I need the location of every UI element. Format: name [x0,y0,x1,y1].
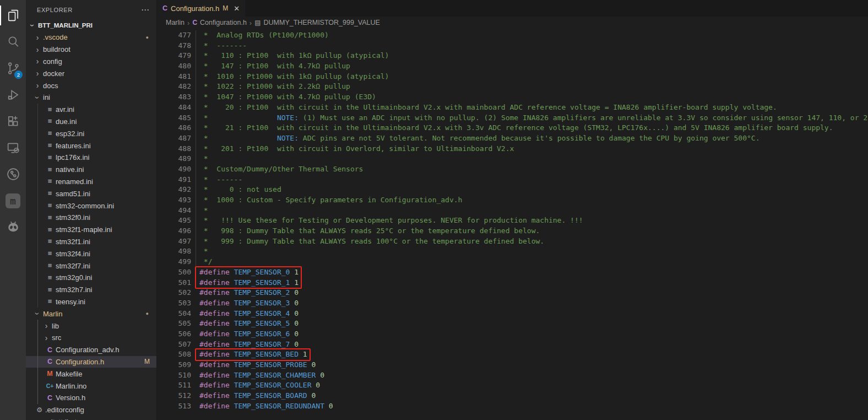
tree-item-docs[interactable]: ›docs [26,79,156,91]
breadcrumb-item[interactable]: DUMMY_THERMISTOR_999_VALUE [264,19,380,26]
code-line[interactable]: 484 * 20 : Pt100 with circuit in the Ult… [157,103,868,113]
tab-label: Configuration.h [171,4,219,13]
tree-item-label: samd51.ini [56,190,90,198]
code-line[interactable]: 489 * [157,154,868,164]
code-line[interactable]: 492 * 0 : not used [157,185,868,195]
tree-item-version-h[interactable]: CVersion.h [26,392,156,404]
line-number: 493 [157,195,191,206]
code-line[interactable]: 482 * 1022 : Pt1000 with 2.2kΩ pullup [157,82,868,92]
code-line[interactable]: 488 * 201 : Pt100 with circuit in Overlo… [157,144,868,154]
auto-build-marlin-icon[interactable]: m [0,187,26,214]
code-line[interactable]: 498 * [157,246,868,257]
line-number: 499 [157,257,191,267]
code-line[interactable]: 478 * ------- [157,41,868,51]
code-text: * 1022 : Pt1000 with 2.2kΩ pullup [199,82,350,92]
tree-item-makefile[interactable]: MMakefile [26,368,156,380]
code-line[interactable]: 483 * 1047 : Pt1000 with 4.7kΩ pullup (E… [157,92,868,103]
tree-item-stm32f1-maple-ini[interactable]: ≡stm32f1-maple.ini [26,224,156,236]
platformio-icon[interactable] [0,214,26,240]
search-icon[interactable] [0,29,26,55]
code-line[interactable]: 508#define TEMP_SENSOR_BED 1 [157,349,868,360]
tree-item-stm32f4-ini[interactable]: ≡stm32f4.ini [26,247,156,260]
code-line[interactable]: 477 * Analog RTDs (Pt100/Pt1000) [157,30,868,41]
tree-item-features-ini[interactable]: ≡features.ini [26,139,156,152]
code-line[interactable]: 512#define TEMP_SENSOR_BOARD 0 [157,391,868,401]
tree-item-ini[interactable]: ›ini [26,91,156,104]
tree-item-stm32f0-ini[interactable]: ≡stm32f0.ini [26,212,156,224]
run-and-debug-icon[interactable] [0,82,26,108]
tree-item-stm32f7-ini[interactable]: ≡stm32f7.ini [26,260,156,272]
code-line[interactable]: 495 * !!! Use these for Testing or Devel… [157,216,868,226]
tree-item--editorconfig[interactable]: ⚙.editorconfig [26,404,156,416]
code-line[interactable]: 496 * 998 : Dummy Table that ALWAYS read… [157,226,868,236]
code-line[interactable]: 513#define TEMP_SENSOR_REDUNDANT 0 [157,401,868,412]
workspace-root-folder[interactable]: › BTT_MARLIN_PRI [26,19,156,31]
tree-item-stm32f1-ini[interactable]: ≡stm32f1.ini [26,236,156,248]
tree-item-configuration-adv-h[interactable]: CConfiguration_adv.h [26,344,156,356]
explorer-icon[interactable] [0,2,26,29]
code-line[interactable]: 486 * 21 : Pt100 with circuit in the Ult… [157,123,868,133]
code-line[interactable]: 499 */ [157,257,868,267]
code-line[interactable]: 481 * 1010 : Pt1000 with 1kΩ pullup (aty… [157,72,868,82]
code-line[interactable]: 503#define TEMP_SENSOR_3 0 [157,298,868,309]
code-line[interactable]: 490 * Custom/Dummy/Other Thermal Sensors [157,164,868,175]
tree-item-lib[interactable]: ›lib [26,320,156,332]
code-line[interactable]: 479 * 110 : Pt100 with 1kΩ pullup (atypi… [157,51,868,61]
source-control-icon[interactable]: 2 [0,55,26,82]
tree-item-stm32h7-ini[interactable]: ≡stm32h7.ini [26,284,156,296]
tree-item-avr-ini[interactable]: ≡avr.ini [26,104,156,116]
c-language-icon: C [192,19,197,26]
tree-item-samd51-ini[interactable]: ≡samd51.ini [26,187,156,200]
tree-item-docker[interactable]: ›docker [26,67,156,79]
code-line[interactable]: 494 * [157,206,868,216]
line-number: 512 [157,391,191,401]
code-line[interactable]: 505#define TEMP_SENSOR_5 0 [157,319,868,329]
tree-item-renamed-ini[interactable]: ≡renamed.ini [26,176,156,188]
code-line[interactable]: 506#define TEMP_SENSOR_6 0 [157,329,868,340]
indent-guide [37,332,38,344]
code-line[interactable]: 491 * ------ [157,175,868,185]
explorer-more-actions-icon[interactable]: ⋯ [141,5,150,15]
code-line[interactable]: 510#define TEMP_SENSOR_CHAMBER 0 [157,370,868,381]
code-line[interactable]: 507#define TEMP_SENSOR_7 0 [157,340,868,350]
breadcrumb-separator-icon: › [187,19,189,27]
breadcrumb-item[interactable]: Configuration.h [200,19,247,26]
tree-item-marlin[interactable]: ›Marlin● [26,308,156,320]
tree-item-label: .vscode [43,33,68,41]
tree-item-label: lpc176x.ini [56,153,89,161]
code-line[interactable]: 497 * 999 : Dummy Table that ALWAYS read… [157,236,868,247]
tree-item--gitattributes[interactable]: ◆.gitattributes [26,416,156,420]
code-line[interactable]: 502#define TEMP_SENSOR_2 0 [157,288,868,298]
tree-item-configuration-h[interactable]: CConfiguration.hM [26,356,156,368]
tree-item-due-ini[interactable]: ≡due.ini [26,116,156,128]
tree-item-lpc176x-ini[interactable]: ≡lpc176x.ini [26,152,156,164]
code-line[interactable]: 487 * NOTE: ADC pins are not 5V tolerant… [157,133,868,144]
breadcrumb-item[interactable]: Marlin [166,19,185,26]
code-line[interactable]: 480 * 147 : Pt100 with 4.7kΩ pullup [157,61,868,72]
tree-item-buildroot[interactable]: ›buildroot [26,44,156,56]
tree-item-config[interactable]: ›config [26,56,156,68]
tree-item-marlin-ino[interactable]: C+Marlin.ino [26,380,156,392]
code-line[interactable]: 485 * NOTE: (1) Must use an ADC input wi… [157,113,868,123]
tree-item--vscode[interactable]: ›.vscode● [26,31,156,44]
tree-item-src[interactable]: ›src [26,332,156,344]
code-line[interactable]: 504#define TEMP_SENSOR_4 0 [157,309,868,319]
tree-item-esp32-ini[interactable]: ≡esp32.ini [26,127,156,139]
tree-item-teensy-ini[interactable]: ≡teensy.ini [26,296,156,308]
code-line[interactable]: 493 * 1000 : Custom - Specify parameters… [157,195,868,206]
code-line[interactable]: 509#define TEMP_SENSOR_PROBE 0 [157,360,868,370]
indent-guide [37,356,38,368]
tree-item-stm32-common-ini[interactable]: ≡stm32-common.ini [26,200,156,212]
code-line[interactable]: 500#define TEMP_SENSOR_0 1 [157,267,868,278]
tab-configuration-h[interactable]: C Configuration.h M ✕ [157,0,245,17]
code-line[interactable]: 511#define TEMP_SENSOR_COOLER 0 [157,380,868,391]
tree-item-stm32g0-ini[interactable]: ≡stm32g0.ini [26,272,156,284]
code-text: * Custom/Dummy/Other Thermal Sensors [199,164,363,175]
extensions-icon[interactable] [0,108,26,134]
tree-item-native-ini[interactable]: ≡native.ini [26,164,156,176]
code-line[interactable]: 501#define TEMP_SENSOR_1 1 [157,278,868,288]
git-graph-icon[interactable] [0,161,26,187]
remote-explorer-icon[interactable] [0,134,26,161]
indent-guide [37,368,38,380]
tab-close-icon[interactable]: ✕ [234,4,240,13]
